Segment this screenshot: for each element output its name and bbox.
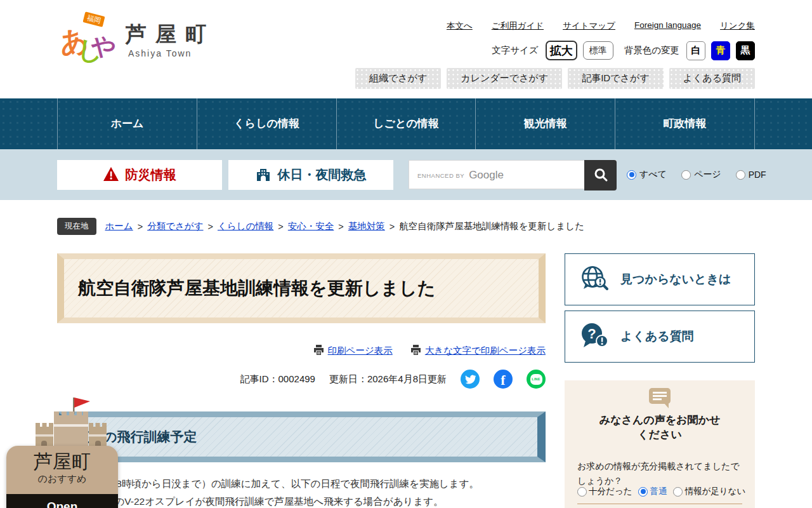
search-by-org-button[interactable]: 組織でさがす (355, 68, 441, 89)
warning-icon (103, 167, 119, 183)
sub-header-band: 防災情報 休日・夜間救急 enhanced by Google すべ (0, 149, 812, 200)
radio-page[interactable] (681, 170, 691, 180)
section-heading-box: 夜間の飛行訓練予定 (57, 411, 546, 462)
article-id: 記事ID：0002499 (240, 373, 315, 385)
page: 福岡 あ し や 芦屋町 Ashiya Town 本文へ ご利用ガイド サイトマ… (0, 0, 812, 508)
crumb-base-measures[interactable]: 基地対策 (348, 220, 385, 232)
recommend-widget: 芦屋町 のおすすめ Open (6, 392, 118, 508)
search-scope-options: すべて ページ PDF (627, 149, 766, 200)
question-answer-icon: ? (579, 321, 610, 352)
radio-enough[interactable] (577, 487, 587, 497)
link-to-content[interactable]: 本文へ (447, 20, 473, 32)
bg-white-button[interactable]: 白 (686, 41, 705, 60)
not-found-label: 見つからないときは (620, 271, 731, 288)
recommend-town-name: 芦屋町 (6, 451, 118, 473)
breadcrumb: 現在地 ホーム > 分類でさがす > くらしの情報 > 安心・安全 > 基地対策… (57, 218, 584, 235)
crumb-current-page: 航空自衛隊芦屋基地訓練情報を更新しました (399, 220, 584, 232)
radio-all[interactable] (627, 170, 636, 180)
logo-pref-ribbon: 福岡 (82, 11, 105, 27)
survey-options: 十分だった 普通 情報が足りない (577, 486, 745, 497)
link-sitemap[interactable]: サイトマップ (563, 20, 615, 32)
recommend-box-label: 芦屋町 のおすすめ (6, 446, 118, 494)
globe-search-icon (579, 264, 610, 295)
twitter-share-icon[interactable] (461, 370, 480, 389)
search-submit-button[interactable] (584, 160, 617, 190)
print-links: 印刷ページ表示 大きな文字で印刷ページ表示 (57, 345, 546, 357)
nav-item-government[interactable]: 町政情報 (615, 98, 755, 149)
article-paragraph: ※佐賀駐屯地のV-22オスプレイが夜間飛行訓練で芦屋基地へ飛来する場合があります… (57, 495, 549, 508)
not-found-help-box[interactable]: 見つからないときは (565, 253, 755, 305)
survey-question: お求めの情報が充分掲載されてましたでしょうか？ (577, 459, 743, 488)
site-subtitle: Ashiya Town (128, 48, 215, 58)
font-standard-button[interactable]: 標準 (583, 41, 613, 60)
printer-icon (313, 345, 324, 357)
scope-pdf[interactable]: PDF (736, 170, 766, 180)
hospital-icon (256, 167, 271, 183)
svg-text:?: ? (587, 326, 596, 342)
bg-black-button[interactable]: 黒 (736, 41, 755, 60)
search-by-article-id-button[interactable]: 記事IDでさがす (568, 68, 663, 89)
bg-change-label: 背景色の変更 (624, 44, 679, 57)
article-paragraph: 平日の日中（8時頃から日没まで）の訓練に加えて、以下の日程で夜間飛行訓練を実施し… (57, 478, 549, 491)
faq-button[interactable]: よくある質問 (669, 68, 755, 89)
radio-pdf[interactable] (736, 170, 745, 180)
crumb-living[interactable]: くらしの情報 (218, 220, 273, 232)
feedback-survey: みなさんの声をお聞かせください お求めの情報が充分掲載されてましたでしょうか？ … (565, 380, 755, 508)
site-search-box: enhanced by Google (409, 160, 617, 189)
facebook-share-icon[interactable]: f (494, 370, 513, 389)
logo-kana-ya: や (89, 29, 119, 65)
survey-option-normal[interactable]: 普通 (638, 486, 667, 497)
survey-option-enough[interactable]: 十分だった (577, 486, 632, 497)
line-share-icon[interactable]: LINE (527, 370, 546, 389)
comment-icon (565, 387, 755, 409)
radio-normal[interactable] (638, 487, 648, 497)
font-size-label: 文字サイズ (492, 44, 539, 57)
recommend-open-button[interactable]: Open (6, 494, 118, 508)
print-page-link[interactable]: 印刷ページ表示 (313, 345, 393, 357)
crumb-category[interactable]: 分類でさがす (147, 220, 203, 232)
article-title-box: 航空自衛隊芦屋基地訓練情報を更新しました (57, 253, 546, 323)
main-nav-items: ホーム くらしの情報 しごとの情報 観光情報 町政情報 (57, 98, 755, 149)
crumb-home[interactable]: ホーム (105, 220, 133, 232)
nav-item-tourism[interactable]: 観光情報 (476, 98, 615, 149)
quick-search-buttons: 組織でさがす カレンダーでさがす 記事IDでさがす よくある質問 (355, 68, 755, 89)
scope-page[interactable]: ページ (681, 169, 721, 180)
font-enlarge-button[interactable]: 拡大 (546, 41, 577, 60)
bg-blue-button[interactable]: 青 (711, 41, 730, 60)
holiday-emergency-button[interactable]: 休日・夜間救急 (228, 160, 393, 190)
site-title: 芦屋町 (126, 23, 215, 46)
page-title: 航空自衛隊芦屋基地訓練情報を更新しました (64, 276, 435, 300)
survey-option-insufficient[interactable]: 情報が足りない (673, 486, 745, 497)
article-meta: 記事ID：0002499 更新日：2026年4月8日更新 f LINE (57, 369, 546, 389)
link-links[interactable]: リンク集 (720, 20, 755, 32)
nav-item-work[interactable]: しごとの情報 (337, 98, 476, 149)
main-nav: ホーム くらしの情報 しごとの情報 観光情報 町政情報 (0, 98, 812, 149)
printer-icon (410, 345, 421, 357)
search-by-calendar-button[interactable]: カレンダーでさがす (447, 68, 562, 89)
nav-item-home[interactable]: ホーム (58, 98, 197, 149)
faq-label: よくある質問 (620, 328, 694, 345)
print-large-page-link[interactable]: 大きな文字で印刷ページ表示 (410, 345, 546, 357)
link-guide[interactable]: ご利用ガイド (492, 20, 544, 32)
site-logo[interactable]: 福岡 あ し や 芦屋町 Ashiya Town (58, 14, 215, 66)
link-foreign-language[interactable]: Foreign language (634, 20, 701, 32)
crumb-safety[interactable]: 安心・安全 (288, 220, 334, 232)
disaster-info-button[interactable]: 防災情報 (57, 160, 222, 190)
nav-item-living[interactable]: くらしの情報 (197, 98, 337, 149)
recommend-sub-label: のおすすめ (6, 473, 118, 485)
town-logo-mark: 福岡 あ し や (58, 14, 117, 66)
survey-heading: みなさんの声をお聞かせください (565, 413, 755, 443)
display-controls: 文字サイズ 拡大 標準 背景色の変更 白 青 黒 (492, 41, 755, 60)
scope-all[interactable]: すべて (627, 169, 667, 180)
updated-date: 更新日：2026年4月8日更新 (329, 373, 447, 385)
logo-text: 芦屋町 Ashiya Town (126, 14, 215, 58)
current-location-badge: 現在地 (57, 218, 96, 235)
faq-box[interactable]: ? よくある質問 (565, 311, 755, 363)
radio-insufficient[interactable] (673, 487, 683, 497)
utility-links: 本文へ ご利用ガイド サイトマップ Foreign language リンク集 (447, 20, 755, 32)
search-icon (593, 167, 608, 184)
survey-divider (577, 504, 742, 504)
recommend-box: 芦屋町 のおすすめ Open (6, 446, 118, 508)
